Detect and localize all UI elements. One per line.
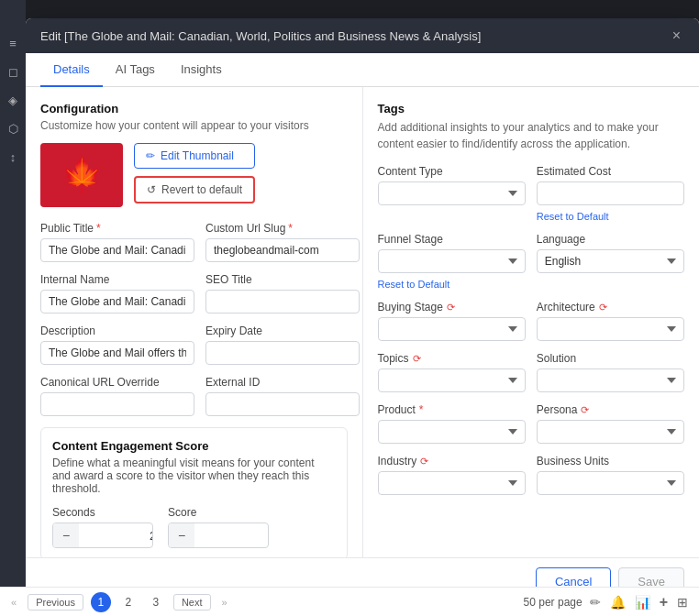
public-title-group: Public Title *	[40, 222, 194, 262]
topics-select[interactable]	[378, 368, 526, 392]
internal-name-group: Internal Name	[40, 273, 194, 314]
tag-row-topics-solution: Topics ⟳ Solution	[378, 352, 685, 392]
configuration-title: Configuration	[40, 102, 348, 116]
sidebar-icon-3[interactable]: ◈	[8, 94, 17, 107]
industry-select[interactable]	[378, 471, 526, 495]
architecture-select[interactable]	[537, 317, 684, 341]
edit-thumbnail-button[interactable]: ✏ Edit Thumbnail	[134, 143, 255, 169]
thumbnail-buttons: ✏ Edit Thumbnail ↺ Revert to default	[134, 143, 255, 204]
configuration-subtitle: Customize how your content will appear t…	[40, 119, 348, 132]
seconds-decrement-button[interactable]: −	[53, 523, 79, 547]
seconds-value-input[interactable]	[79, 529, 153, 543]
content-type-select[interactable]	[378, 182, 526, 205]
language-group: Language English	[537, 233, 684, 290]
sidebar-icon-4[interactable]: ⬡	[8, 122, 18, 136]
revert-to-default-button[interactable]: ↺ Revert to default	[134, 176, 255, 204]
external-id-group: External ID	[205, 376, 360, 416]
tags-title: Tags	[378, 102, 685, 116]
seo-title-input[interactable]	[205, 290, 360, 314]
modal-close-button[interactable]: ×	[669, 28, 684, 44]
internal-name-input[interactable]	[40, 290, 194, 314]
business-units-label: Business Units	[537, 455, 684, 468]
chart-bottom-icon[interactable]: 📊	[635, 595, 650, 610]
estimated-cost-group: Estimated Cost Reset to Default	[537, 165, 684, 222]
business-units-select[interactable]	[537, 471, 684, 495]
modal-tabs: Details AI Tags Insights	[26, 53, 699, 87]
form-row-internal-seo: Internal Name SEO Title	[40, 273, 348, 314]
product-select[interactable]	[378, 420, 526, 444]
tag-row-content-type-estimated-cost: Content Type Estimated Cost Reset to Def…	[378, 165, 685, 222]
sidebar-icon-2[interactable]: ◻	[8, 65, 18, 79]
plus-bottom-icon[interactable]: +	[660, 594, 668, 610]
industry-sync-icon: ⟳	[420, 456, 428, 468]
score-stepper: − +	[168, 522, 269, 548]
tag-row-industry-business: Industry ⟳ Business Units	[378, 455, 685, 495]
persona-group: Persona ⟳	[537, 403, 684, 444]
persona-sync-icon: ⟳	[581, 404, 589, 416]
tab-ai-tags[interactable]: AI Tags	[103, 53, 168, 87]
score-group: Score − +	[168, 506, 269, 548]
custom-url-slug-input[interactable]	[205, 238, 360, 262]
product-group: Product *	[378, 403, 526, 444]
external-id-input[interactable]	[205, 392, 360, 416]
bottom-icons: ✏ 🔔 📊 + ⊞	[590, 594, 688, 610]
custom-url-required: *	[288, 222, 293, 235]
sidebar-icon-5[interactable]: ↕	[10, 150, 17, 164]
revert-icon: ↺	[147, 183, 156, 196]
canonical-url-group: Canonical URL Override	[40, 376, 194, 416]
topics-group: Topics ⟳	[378, 352, 526, 392]
estimated-cost-reset-link[interactable]: Reset to Default	[537, 211, 684, 222]
edit-modal: Edit [The Globe and Mail: Canadian, Worl…	[26, 18, 699, 605]
tags-subtitle: Add additional insights to your analytic…	[378, 119, 685, 152]
page-1-button[interactable]: 1	[91, 592, 111, 612]
canonical-url-input[interactable]	[40, 392, 194, 416]
score-decrement-button[interactable]: −	[169, 523, 194, 547]
tab-insights[interactable]: Insights	[168, 53, 235, 87]
description-input[interactable]	[40, 341, 194, 365]
bell-bottom-icon[interactable]: 🔔	[610, 595, 626, 610]
architecture-sync-icon: ⟳	[599, 302, 607, 314]
external-id-label: External ID	[205, 376, 360, 389]
funnel-stage-select[interactable]	[378, 249, 526, 273]
score-row: Seconds − + Score −	[52, 506, 336, 548]
seconds-label: Seconds	[52, 506, 153, 519]
internal-name-label: Internal Name	[40, 273, 194, 286]
next-button[interactable]: Next	[173, 594, 211, 610]
canonical-url-label: Canonical URL Override	[40, 376, 194, 389]
bottom-bar: « Previous 1 2 3 Next » 50 per page ✏ 🔔 …	[0, 587, 699, 616]
page-3-button[interactable]: 3	[146, 592, 166, 612]
solution-select[interactable]	[537, 368, 684, 392]
modal-body: Configuration Customize how your content…	[26, 87, 699, 557]
expiry-date-input[interactable]	[205, 341, 360, 365]
double-chevron-left[interactable]: «	[11, 597, 17, 608]
estimated-cost-input[interactable]	[537, 182, 684, 205]
funnel-stage-reset-link[interactable]: Reset to Default	[378, 279, 526, 290]
sidebar-icon-1[interactable]: ≡	[9, 37, 17, 50]
pagination-right: 50 per page ✏ 🔔 📊 + ⊞	[524, 594, 688, 610]
tag-row-product-persona: Product * Persona ⟳	[378, 403, 685, 444]
content-type-label: Content Type	[378, 165, 526, 178]
score-subtitle: Define what a meaningful visit means for…	[52, 456, 336, 495]
double-chevron-right[interactable]: »	[222, 597, 227, 608]
language-select[interactable]: English	[537, 249, 684, 273]
public-title-input[interactable]	[40, 238, 194, 262]
grid-bottom-icon[interactable]: ⊞	[677, 595, 688, 610]
form-row-title-slug: Public Title * Custom Url Slug *	[40, 222, 348, 262]
page-2-button[interactable]: 2	[118, 592, 139, 612]
pagination-left: « Previous 1 2 3 Next »	[11, 592, 227, 612]
funnel-stage-group: Funnel Stage Reset to Default	[378, 233, 526, 290]
previous-button[interactable]: Previous	[28, 594, 83, 610]
seo-title-label: SEO Title	[205, 273, 360, 286]
left-panel: Configuration Customize how your content…	[26, 87, 363, 557]
description-label: Description	[40, 324, 194, 337]
modal-header: Edit [The Globe and Mail: Canadian, Worl…	[26, 18, 699, 53]
score-value-input[interactable]	[194, 529, 269, 543]
expiry-date-group: Expiry Date	[205, 324, 360, 365]
persona-select[interactable]	[537, 420, 684, 444]
buying-stage-select[interactable]	[378, 317, 526, 341]
topics-label: Topics ⟳	[378, 352, 526, 365]
industry-group: Industry ⟳	[378, 455, 526, 495]
left-sidebar: ≡ ◻ ◈ ⬡ ↕	[0, 0, 26, 587]
tab-details[interactable]: Details	[40, 53, 103, 87]
pencil-bottom-icon[interactable]: ✏	[590, 595, 601, 610]
